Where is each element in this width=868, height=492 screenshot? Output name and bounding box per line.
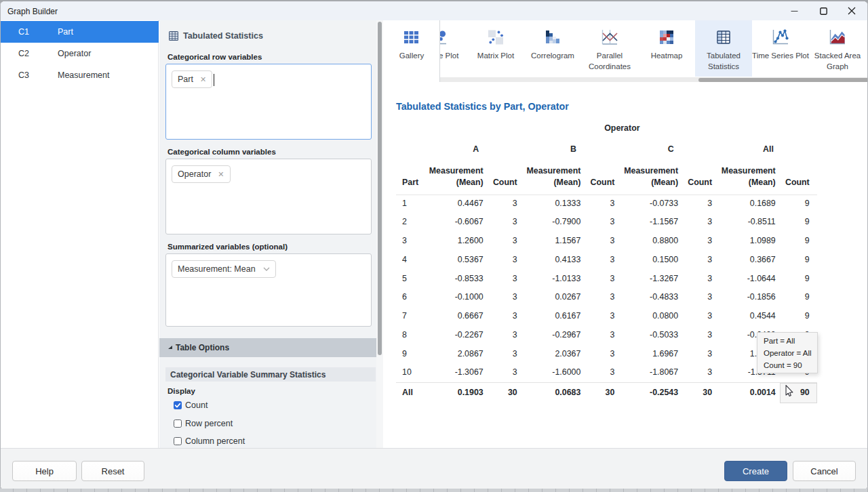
value-cell: 3 <box>488 364 525 383</box>
value-cell: 0.3667 <box>719 251 780 270</box>
table-row-3: 31.260031.156730.880031.09899 <box>396 232 817 251</box>
columns-list-panel: C1PartC2OperatorC3Measurement <box>1 20 159 448</box>
gallery-item-matrix-plot[interactable]: Matrix Plot <box>467 20 524 77</box>
value-cell: 9 <box>780 213 817 232</box>
collapse-triangle-icon <box>168 346 172 349</box>
value-cell: 0.0800 <box>622 308 682 327</box>
part-cell: 9 <box>396 345 427 364</box>
value-cell: -1.1567 <box>622 213 682 232</box>
column-id: C2 <box>18 49 29 58</box>
table-row-8: 8-0.22673-0.29673-0.50333-0.34229 <box>396 327 817 346</box>
part-cell: 2 <box>396 213 427 232</box>
gallery-item-stacked-area-graph[interactable]: Stacked Area Graph <box>809 20 866 77</box>
value-cell: -0.6067 <box>427 213 488 232</box>
unchecked-checkbox-icon[interactable] <box>174 419 182 428</box>
value-cell: -1.8067 <box>622 364 682 383</box>
help-button[interactable]: Help <box>12 461 77 481</box>
variable-chip-operator[interactable]: Operator ✕ <box>172 165 231 183</box>
create-button[interactable]: Create <box>724 461 787 481</box>
column-group-a: A <box>427 138 525 161</box>
column-list-item-operator[interactable]: C2Operator <box>1 43 159 64</box>
part-cell: 1 <box>396 194 427 213</box>
value-cell: 3 <box>585 289 622 308</box>
gallery-item-label: Parallel Coordinates <box>577 51 642 72</box>
part-cell: 3 <box>396 232 427 251</box>
minimize-button[interactable] <box>779 1 809 20</box>
close-button[interactable] <box>837 1 867 20</box>
output-title: Tabulated Statistics by Part, Operator <box>396 101 569 112</box>
statistics-table: OperatorABCAllPartMeasurement(Mean)Count… <box>396 119 817 403</box>
row-variables-box[interactable]: Part ✕ <box>165 64 372 140</box>
value-cell: 1.1567 <box>525 232 585 251</box>
column-list-item-measurement[interactable]: C3Measurement <box>1 64 159 86</box>
matrix-plot-icon <box>487 29 505 45</box>
summarized-chip-measurement-mean[interactable]: Measurement: Mean <box>172 260 276 278</box>
value-cell: 3 <box>488 270 525 289</box>
unchecked-checkbox-icon[interactable] <box>174 437 182 445</box>
table-options-header[interactable]: Table Options <box>159 338 383 357</box>
value-cell: 3 <box>488 308 525 327</box>
gallery-item-parallel-coordinates[interactable]: Parallel Coordinates <box>581 20 638 77</box>
value-cell: -0.1856 <box>719 289 780 308</box>
count-header: Count <box>585 161 622 194</box>
value-cell: 3 <box>585 270 622 289</box>
value-cell: 3 <box>682 270 719 289</box>
gallery-item-correlogram[interactable]: Correlogram <box>524 20 581 77</box>
value-cell: 0.4133 <box>525 251 585 270</box>
variable-chip-part[interactable]: Part ✕ <box>172 70 212 88</box>
checkbox-label: Count <box>185 401 208 410</box>
checkbox-row-count[interactable]: Count <box>174 401 208 410</box>
gallery-item-label: Tabulated Statistics <box>691 51 756 72</box>
gallery-item-gallery[interactable]: Gallery <box>383 20 440 77</box>
value-cell: 9 <box>780 232 817 251</box>
cancel-button[interactable]: Cancel <box>793 461 856 481</box>
measurement-mean-header: Measurement(Mean) <box>622 161 682 194</box>
summarized-variables-box[interactable]: Measurement: Mean <box>165 253 372 327</box>
value-cell: 0.5367 <box>427 251 488 270</box>
gallery-item-tabulated-statistics[interactable]: Tabulated Statistics <box>695 20 752 77</box>
column-list-item-part[interactable]: C1Part <box>1 21 159 43</box>
gallery-item-bubble-plot[interactable]: Bubble Plot <box>440 20 467 77</box>
chip-remove-icon[interactable]: ✕ <box>200 76 206 83</box>
text-caret <box>214 74 214 86</box>
column-variables-box[interactable]: Operator ✕ <box>165 159 372 234</box>
value-cell: 3 <box>682 308 719 327</box>
builder-scrollbar-thumb[interactable] <box>378 22 382 355</box>
value-cell: -1.0133 <box>525 270 585 289</box>
part-cell: 7 <box>396 308 427 327</box>
measurement-mean-header: Measurement(Mean) <box>719 161 780 194</box>
section-label: Categorical Variable Summary Statistics <box>170 370 326 380</box>
checkbox-row-row-percent[interactable]: Row percent <box>174 419 233 428</box>
part-cell: 8 <box>396 327 427 346</box>
value-cell: -0.2967 <box>525 327 585 346</box>
checkbox-row-column-percent[interactable]: Column percent <box>174 436 245 446</box>
value-cell: -1.3267 <box>622 270 682 289</box>
value-cell: 3 <box>488 345 525 364</box>
value-cell: -0.8533 <box>427 270 488 289</box>
value-cell: 3 <box>682 194 719 213</box>
gallery-fixed-cell: Gallery <box>383 20 440 82</box>
value-cell: 1.6967 <box>622 345 682 364</box>
chip-label: Operator <box>178 169 211 179</box>
value-cell: 3 <box>682 232 719 251</box>
reset-button[interactable]: Reset <box>81 461 144 481</box>
column-name: Part <box>58 27 73 37</box>
value-cell: 1.0989 <box>719 232 780 251</box>
gallery-item-time-series-plot[interactable]: Time Series Plot <box>752 20 809 77</box>
part-column-header: Part <box>396 161 427 194</box>
gallery-item-label: Time Series Plot <box>748 51 813 62</box>
chip-label: Measurement: Mean <box>178 264 256 274</box>
value-cell: -1.6000 <box>525 364 585 383</box>
chip-remove-icon[interactable]: ✕ <box>218 171 224 178</box>
cell-tooltip: Part = AllOperator = AllCount = 90 <box>757 332 818 373</box>
value-cell: 0.0267 <box>525 289 585 308</box>
graph-builder-dialog: Graph Builder C1PartC2OperatorC3Measurem… <box>0 0 868 490</box>
measurement-mean-header: Measurement(Mean) <box>525 161 585 194</box>
tooltip-line: Operator = All <box>764 347 817 359</box>
checked-checkbox-icon[interactable] <box>174 401 182 409</box>
gallery-item-heatmap[interactable]: Heatmap <box>638 20 695 77</box>
measurement-mean-header: Measurement(Mean) <box>427 161 488 194</box>
maximize-button[interactable] <box>808 1 838 20</box>
gallery-scrollbar-thumb[interactable] <box>698 78 868 82</box>
value-cell: 3 <box>488 213 525 232</box>
